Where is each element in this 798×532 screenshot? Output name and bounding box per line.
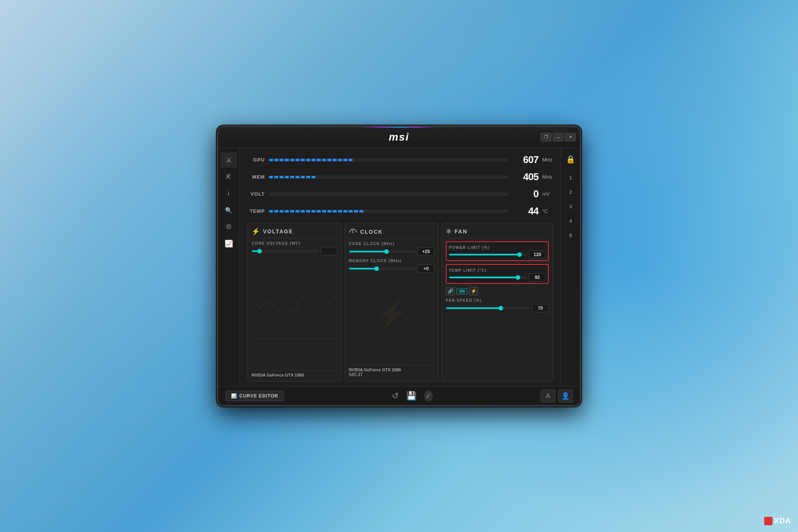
fan-icon: ❄ bbox=[446, 227, 451, 236]
gpu-name: NVIDIA GeForce GTX 1080 bbox=[252, 373, 337, 377]
fan-speed-value: 70 bbox=[532, 304, 549, 312]
boost-icon-btn[interactable]: ⚡ bbox=[469, 287, 478, 295]
core-clock-track[interactable] bbox=[349, 250, 416, 253]
clock-panel-title: CLOCK bbox=[360, 229, 383, 235]
sidebar-icon-settings[interactable]: ⚙ bbox=[220, 219, 237, 234]
msi-logo: msi bbox=[389, 131, 409, 143]
apply-icon[interactable]: ✓ bbox=[424, 390, 433, 402]
memory-clock-label: MEMORY CLOCK (MHz) bbox=[349, 259, 435, 263]
sidebar-icon-info[interactable]: i bbox=[220, 186, 237, 201]
core-clock-control: CORE CLOCK (MHz) +25 bbox=[349, 242, 435, 256]
xda-watermark: XDA bbox=[764, 516, 791, 525]
lock-icon[interactable]: 🔒 bbox=[563, 152, 578, 167]
bottom-bar: 📊 CURVE EDITOR ↺ 💾 ✓ A 👤 bbox=[218, 386, 580, 405]
temp-limit-track[interactable] bbox=[449, 276, 527, 279]
temp-track[interactable] bbox=[269, 210, 508, 213]
main-layout: ⚔ K i 🔍 ⚙ 📈 GPU bbox=[218, 148, 580, 386]
profile-4-btn[interactable]: 4 bbox=[563, 214, 578, 228]
profile-1-btn[interactable]: 1 bbox=[563, 171, 578, 184]
clock-icon bbox=[349, 227, 357, 236]
gpu-track[interactable] bbox=[269, 158, 508, 162]
gpu-value: 607 bbox=[512, 154, 538, 166]
mem-label: MEM bbox=[247, 174, 265, 180]
clock-gpu-name: NVIDIA GeForce GTX 1080 bbox=[349, 367, 435, 372]
fan-speed-track[interactable] bbox=[446, 307, 530, 309]
sidebar-icon-keybind[interactable]: K bbox=[220, 169, 237, 184]
clock-panel: CLOCK CORE CLOCK (MHz) +25 bbox=[345, 223, 439, 382]
memory-clock-control: MEMORY CLOCK (MHz) +0 bbox=[349, 259, 435, 273]
core-clock-label: CORE CLOCK (MHz) bbox=[349, 242, 435, 246]
volt-value: 0 bbox=[512, 188, 538, 200]
core-voltage-control: CORE VOLTAGE (MV) bbox=[252, 241, 337, 255]
power-limit-track[interactable] bbox=[449, 253, 527, 256]
volt-slider-row: VOLT 0 mV bbox=[247, 188, 553, 200]
power-limit-label: POWER LIMIT (%) bbox=[449, 245, 490, 250]
link-icon-btn[interactable]: 🔗 bbox=[446, 287, 455, 295]
core-voltage-label: CORE VOLTAGE (MV) bbox=[252, 241, 337, 245]
fan-panel-title: FAN bbox=[454, 228, 467, 234]
volt-label: VOLT bbox=[247, 191, 265, 197]
sidebar-icon-monitor[interactable]: 📈 bbox=[220, 236, 237, 251]
voltage-panel: ⚡ VOLTAGE CORE VOLTAGE (MV) bbox=[247, 223, 342, 382]
profile-2-btn[interactable]: 2 bbox=[563, 185, 578, 199]
sliders-area: GPU 607 MHz MEM 405 MHz bbox=[247, 154, 553, 217]
fan-speed-slider-row: 70 bbox=[446, 304, 549, 312]
restore-button[interactable]: ❐ bbox=[541, 133, 551, 141]
volt-track[interactable] bbox=[269, 193, 508, 196]
svg-point-1 bbox=[352, 232, 353, 233]
core-voltage-track[interactable] bbox=[252, 250, 318, 252]
window-controls: ❐ — ✕ bbox=[541, 133, 576, 141]
temp-limit-label: TEMP LIMIT (°C) bbox=[449, 268, 487, 272]
memory-clock-slider-row: +0 bbox=[349, 264, 435, 273]
mem-track[interactable] bbox=[269, 176, 508, 179]
msi-window: msi ❐ — ✕ ⚔ K i 🔍 bbox=[217, 125, 581, 407]
temp-label: TEMP bbox=[247, 208, 265, 214]
left-sidebar: ⚔ K i 🔍 ⚙ 📈 bbox=[218, 148, 240, 386]
title-bar: msi ❐ — ✕ bbox=[218, 127, 580, 148]
core-clock-slider-row: +25 bbox=[349, 247, 435, 256]
power-limit-highlighted: POWER LIMIT (%) 120 bbox=[446, 241, 549, 261]
temp-limit-value: 92 bbox=[529, 273, 546, 282]
core-voltage-slider-row bbox=[252, 247, 337, 255]
temp-value: 44 bbox=[512, 205, 538, 217]
power-limit-slider-row: 120 bbox=[449, 250, 546, 259]
right-sidebar: 🔒 1 2 3 4 5 bbox=[560, 148, 580, 386]
sidebar-icon-overclock[interactable]: ⚔ bbox=[220, 152, 237, 168]
xda-logo-square bbox=[764, 517, 773, 525]
fan-toggle-row: 🔗 ON ⚡ bbox=[446, 287, 549, 295]
gpu-slider-row: GPU 607 MHz bbox=[247, 154, 553, 166]
mem-value: 405 bbox=[512, 171, 538, 183]
memory-clock-track[interactable] bbox=[349, 268, 416, 270]
clock-panel-header: CLOCK bbox=[349, 227, 435, 239]
center-content: GPU 607 MHz MEM 405 MHz bbox=[240, 148, 560, 386]
svg-text:⚡: ⚡ bbox=[375, 299, 408, 329]
reset-icon[interactable]: ↺ bbox=[392, 391, 399, 401]
bottom-right-icons: A 👤 bbox=[541, 390, 573, 402]
profile-3-btn[interactable]: 3 bbox=[563, 200, 578, 213]
temp-limit-highlighted: TEMP LIMIT (°C) 92 bbox=[446, 264, 549, 284]
close-button[interactable]: ✕ bbox=[565, 133, 576, 141]
voltage-panel-header: ⚡ VOLTAGE bbox=[252, 227, 337, 238]
minimize-button[interactable]: — bbox=[553, 133, 564, 141]
voltage-panel-title: VOLTAGE bbox=[263, 228, 293, 234]
profile-5-btn[interactable]: 5 bbox=[563, 228, 578, 242]
volt-unit: mV bbox=[542, 191, 553, 197]
mem-unit: MHz bbox=[542, 174, 553, 180]
fan-panel-header: ❄ FAN bbox=[446, 227, 549, 238]
panels-area: ⚡ VOLTAGE CORE VOLTAGE (MV) bbox=[247, 223, 553, 382]
xda-label: XDA bbox=[774, 516, 791, 525]
sidebar-icon-scan[interactable]: 🔍 bbox=[220, 203, 237, 218]
temp-unit: °C bbox=[542, 208, 553, 214]
temp-slider-row: TEMP 44 °C bbox=[247, 205, 553, 217]
profile-a-button[interactable]: A bbox=[541, 390, 555, 402]
svg-marker-0 bbox=[252, 296, 337, 339]
save-icon[interactable]: 💾 bbox=[406, 391, 416, 401]
profile-user-button[interactable]: 👤 bbox=[558, 390, 573, 402]
curve-editor-icon: 📊 bbox=[231, 393, 237, 399]
curve-editor-label: CURVE EDITOR bbox=[239, 393, 278, 399]
fan-panel: ❄ FAN POWER LIMIT (%) 120 bbox=[442, 223, 553, 382]
profile-a-icon: A bbox=[546, 392, 550, 400]
fan-speed-control: FAN SPEED (%) 70 bbox=[446, 298, 549, 312]
on-button[interactable]: ON bbox=[456, 288, 467, 294]
curve-editor-button[interactable]: 📊 CURVE EDITOR bbox=[225, 391, 284, 401]
